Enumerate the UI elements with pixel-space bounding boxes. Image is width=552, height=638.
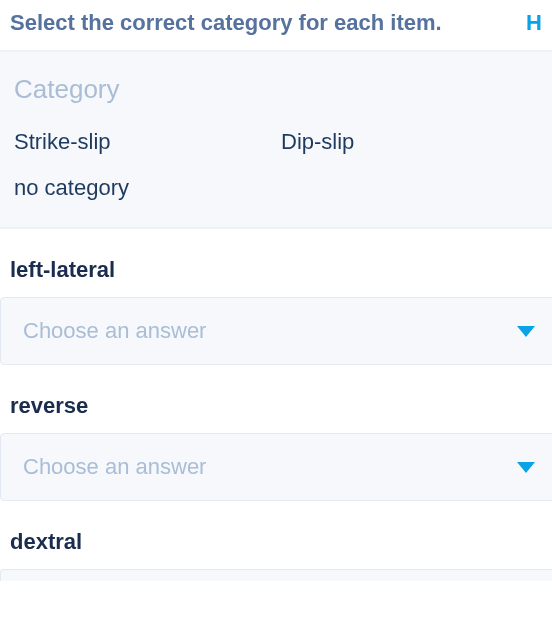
hint-button[interactable]: H: [526, 10, 542, 36]
category-option-strike-slip: Strike-slip: [14, 129, 271, 155]
answer-select[interactable]: Choose an answer: [0, 433, 552, 501]
answer-select[interactable]: [0, 569, 552, 581]
select-placeholder: Choose an answer: [23, 318, 206, 344]
items-area: left-lateral Choose an answer reverse Ch…: [0, 257, 552, 581]
item-block: left-lateral Choose an answer: [10, 257, 542, 365]
top-bar: Select the correct category for each ite…: [0, 0, 552, 52]
item-block: reverse Choose an answer: [10, 393, 542, 501]
answer-select[interactable]: Choose an answer: [0, 297, 552, 365]
category-panel: Category Strike-slip Dip-slip no categor…: [0, 52, 552, 229]
item-label: reverse: [10, 393, 542, 419]
category-option-dip-slip: Dip-slip: [281, 129, 538, 155]
category-grid: Strike-slip Dip-slip no category: [14, 129, 538, 201]
select-placeholder: Choose an answer: [23, 454, 206, 480]
item-label: dextral: [10, 529, 542, 555]
category-option-no-category: no category: [14, 175, 271, 201]
item-block: dextral: [10, 529, 542, 581]
chevron-down-icon: [517, 326, 535, 337]
category-heading: Category: [14, 74, 538, 105]
chevron-down-icon: [517, 462, 535, 473]
item-label: left-lateral: [10, 257, 542, 283]
instruction-text: Select the correct category for each ite…: [10, 10, 442, 36]
